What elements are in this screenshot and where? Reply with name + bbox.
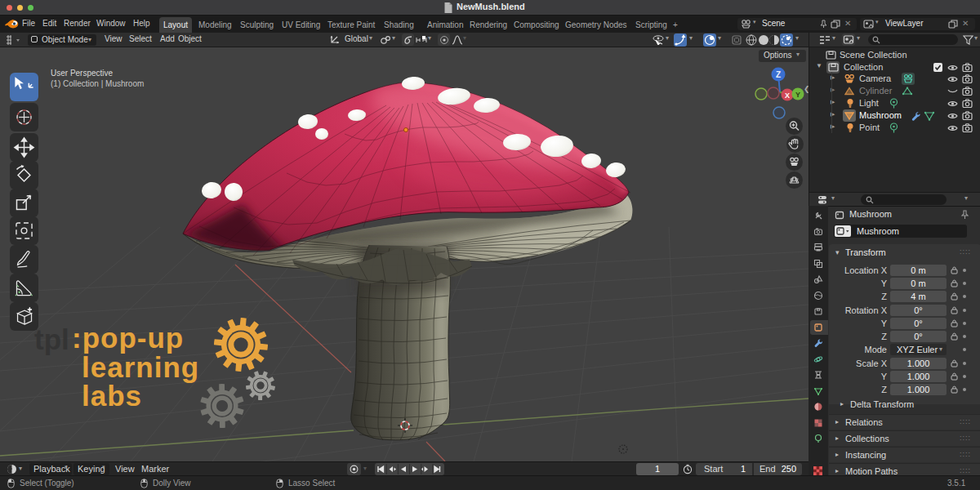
- svg-text:X: X: [785, 91, 790, 100]
- svg-text:Z: Z: [776, 70, 781, 79]
- svg-text:Y: Y: [795, 91, 800, 99]
